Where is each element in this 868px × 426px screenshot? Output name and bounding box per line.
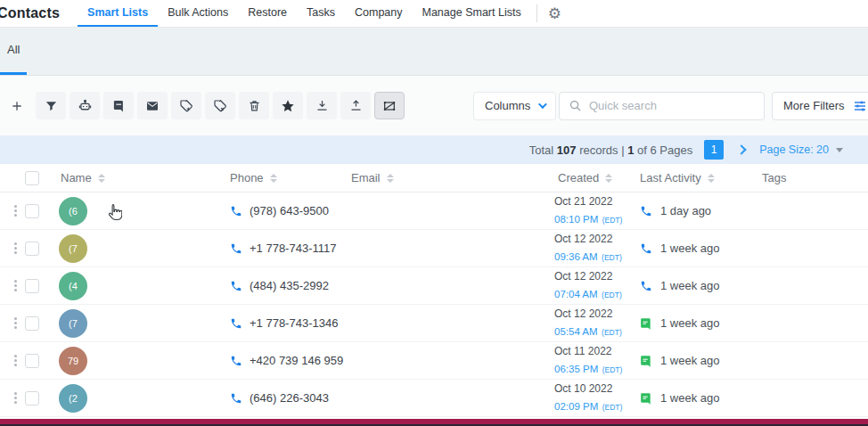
nav-item-restore[interactable]: Restore bbox=[238, 0, 297, 27]
call-activity-icon bbox=[640, 242, 652, 255]
send-sms-button[interactable] bbox=[103, 92, 134, 119]
phone-icon bbox=[230, 205, 242, 217]
import-button[interactable] bbox=[307, 92, 337, 119]
phone-icon bbox=[230, 242, 242, 255]
toolbar: Columns More Filters bbox=[0, 76, 868, 135]
sort-icon[interactable] bbox=[270, 174, 277, 183]
created-cell: Oct 12 2022 07:04 AM (EDT) bbox=[549, 269, 634, 303]
columns-dropdown[interactable]: Columns bbox=[473, 92, 556, 120]
created-cell: Oct 12 2022 09:36 AM (EDT) bbox=[549, 232, 634, 266]
page-size-label: Page Size: 20 bbox=[759, 143, 829, 156]
row-checkbox[interactable] bbox=[25, 316, 39, 331]
last-activity-cell: 1 week ago bbox=[634, 242, 755, 255]
nav-item-manage-smart-lists[interactable]: Manage Smart Lists bbox=[412, 0, 530, 27]
favorite-button[interactable] bbox=[273, 92, 303, 119]
chevron-down-icon bbox=[538, 100, 547, 109]
nav-item-tasks[interactable]: Tasks bbox=[297, 0, 345, 27]
row-menu-kebab-icon[interactable] bbox=[7, 355, 23, 366]
phone-icon bbox=[230, 392, 242, 405]
trash-icon bbox=[248, 99, 261, 112]
avatar[interactable]: (4 bbox=[59, 272, 87, 300]
column-header-created[interactable]: Created bbox=[549, 171, 634, 184]
avatar[interactable]: (6 bbox=[59, 197, 87, 225]
last-activity-text: 1 day ago bbox=[660, 204, 711, 217]
export-button[interactable] bbox=[340, 92, 371, 119]
phone-number: (484) 435-2992 bbox=[250, 279, 329, 292]
add-tag-button[interactable] bbox=[171, 92, 201, 119]
last-activity-cell: 1 week ago bbox=[634, 354, 755, 367]
toolbar-icon-group bbox=[2, 92, 405, 119]
nav-item-bulk-actions[interactable]: Bulk Actions bbox=[158, 0, 238, 27]
filter-button[interactable] bbox=[36, 92, 66, 119]
last-activity-text: 1 week ago bbox=[660, 391, 720, 405]
created-cell: Oct 21 2022 08:10 PM (EDT) bbox=[549, 194, 634, 228]
phone-icon bbox=[230, 317, 242, 330]
table-header: Name Phone Email Created Last Activity T… bbox=[0, 164, 868, 193]
nav-item-smart-lists[interactable]: Smart Lists bbox=[78, 0, 158, 27]
phone-icon bbox=[230, 280, 242, 292]
avatar[interactable]: 79 bbox=[59, 347, 87, 375]
sort-icon[interactable] bbox=[98, 174, 105, 183]
row-checkbox[interactable] bbox=[25, 204, 39, 218]
gear-icon[interactable]: ⚙ bbox=[545, 6, 565, 21]
avatar[interactable]: (2 bbox=[59, 384, 87, 413]
column-header-name[interactable]: Name bbox=[53, 171, 219, 184]
row-checkbox[interactable] bbox=[25, 354, 39, 368]
row-menu-kebab-icon[interactable] bbox=[7, 280, 23, 291]
column-header-email[interactable]: Email bbox=[344, 171, 549, 184]
active-tab-underline bbox=[0, 72, 27, 75]
search-input[interactable] bbox=[589, 99, 755, 112]
table-row[interactable]: (4 (484) 435-2992 Oct 12 2022 07:04 AM (… bbox=[0, 267, 868, 305]
select-all-checkbox[interactable] bbox=[25, 171, 39, 185]
table-row[interactable]: (2 (646) 226-3043 Oct 10 2022 02:09 PM (… bbox=[0, 380, 868, 417]
avatar[interactable]: (7 bbox=[59, 309, 87, 338]
table-row[interactable]: (6 (978) 643-9500 Oct 21 2022 08:10 PM (… bbox=[0, 193, 868, 230]
merge-frame-icon bbox=[382, 99, 397, 113]
nav-item-company[interactable]: Company bbox=[345, 0, 413, 27]
sort-icon[interactable] bbox=[605, 174, 612, 183]
tab-all[interactable]: All bbox=[7, 43, 20, 56]
search-icon bbox=[569, 99, 582, 112]
page-size-selector[interactable]: Page Size: 20 bbox=[759, 143, 843, 156]
merge-contacts-button[interactable] bbox=[374, 92, 405, 119]
row-menu-kebab-icon[interactable] bbox=[7, 205, 23, 217]
row-menu-kebab-icon[interactable] bbox=[7, 392, 23, 404]
sliders-icon bbox=[853, 99, 867, 113]
automation-button[interactable] bbox=[70, 92, 100, 119]
message-activity-icon bbox=[640, 355, 652, 367]
message-activity-icon bbox=[640, 392, 652, 405]
row-checkbox[interactable] bbox=[25, 279, 39, 293]
row-checkbox[interactable] bbox=[25, 242, 39, 256]
delete-button[interactable] bbox=[239, 92, 269, 119]
funnel-icon bbox=[45, 99, 58, 112]
phone-number: +420 739 146 959 bbox=[250, 354, 343, 367]
avatar[interactable]: (7 bbox=[59, 234, 87, 263]
column-header-last-activity[interactable]: Last Activity bbox=[634, 171, 755, 184]
table-row[interactable]: (7 +1 778-743-1117 Oct 12 2022 09:36 AM … bbox=[0, 230, 868, 267]
pagination-bar: Total 107 records | 1 of 6 Pages 1 Page … bbox=[0, 135, 868, 164]
smart-list-tabs: All bbox=[0, 28, 868, 76]
created-cell: Oct 12 2022 05:54 AM (EDT) bbox=[549, 307, 634, 340]
row-menu-kebab-icon[interactable] bbox=[7, 317, 23, 329]
row-checkbox[interactable] bbox=[25, 391, 39, 406]
table-row[interactable]: (7 +1 778-743-1346 Oct 12 2022 05:54 AM … bbox=[0, 305, 868, 342]
table-row[interactable]: 79 +420 739 146 959 Oct 11 2022 06:35 PM… bbox=[0, 342, 868, 380]
next-page-icon[interactable] bbox=[736, 144, 746, 154]
phone-icon bbox=[230, 355, 242, 367]
row-menu-kebab-icon[interactable] bbox=[7, 242, 23, 254]
more-filters-button[interactable]: More Filters bbox=[772, 92, 868, 120]
sort-icon[interactable] bbox=[708, 174, 715, 183]
records-summary: Total 107 records | 1 of 6 Pages bbox=[529, 143, 692, 157]
column-header-phone[interactable]: Phone bbox=[219, 171, 344, 184]
last-activity-text: 1 week ago bbox=[660, 279, 720, 292]
page-1-button[interactable]: 1 bbox=[704, 140, 724, 160]
top-nav: Contacts Smart Lists Bulk Actions Restor… bbox=[0, 0, 868, 28]
sort-icon[interactable] bbox=[387, 174, 394, 183]
chat-bubble-icon bbox=[112, 99, 126, 112]
star-icon bbox=[281, 99, 295, 113]
send-email-button[interactable] bbox=[137, 92, 168, 119]
last-activity-text: 1 week ago bbox=[660, 316, 720, 330]
nav-menu: Smart Lists Bulk Actions Restore Tasks C… bbox=[78, 0, 531, 27]
add-contact-button[interactable] bbox=[2, 92, 32, 119]
remove-tag-button[interactable] bbox=[205, 92, 235, 119]
